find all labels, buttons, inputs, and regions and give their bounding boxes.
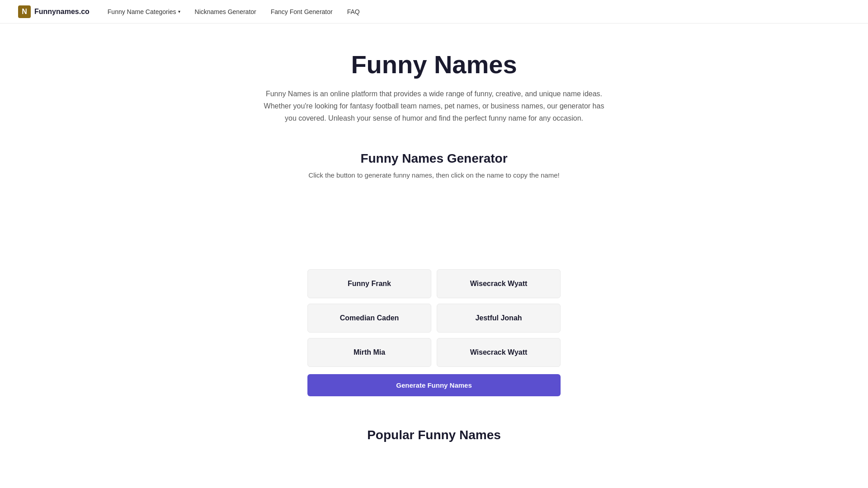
logo-icon: N	[18, 5, 31, 18]
names-grid: Funny Frank Wisecrack Wyatt Comedian Cad…	[307, 269, 561, 367]
name-card-1[interactable]: Funny Frank	[307, 269, 431, 298]
name-card-4[interactable]: Jestful Jonah	[437, 304, 561, 333]
generator-section: Funny Names Generator Click the button t…	[181, 133, 687, 405]
hero-title: Funny Names	[181, 51, 687, 79]
generator-subtitle: Click the button to generate funny names…	[181, 171, 687, 179]
nav-faq[interactable]: FAQ	[347, 8, 360, 15]
name-card-3[interactable]: Comedian Caden	[307, 304, 431, 333]
generator-title: Funny Names Generator	[181, 151, 687, 166]
name-card-6[interactable]: Wisecrack Wyatt	[437, 338, 561, 367]
hero-section: Funny Names Funny Names is an online pla…	[181, 23, 687, 133]
nav-nicknames-generator[interactable]: Nicknames Generator	[195, 8, 256, 15]
nav-fancy-font-generator[interactable]: Fancy Font Generator	[271, 8, 333, 15]
main-nav: Funny Name Categories ▾ Nicknames Genera…	[108, 8, 360, 15]
main-content: Funny Names Funny Names is an online pla…	[163, 23, 705, 451]
name-card-2[interactable]: Wisecrack Wyatt	[437, 269, 561, 298]
logo-letter: N	[22, 8, 27, 16]
generate-button[interactable]: Generate Funny Names	[307, 374, 561, 396]
ad-area	[181, 192, 687, 265]
logo-name: Funnynames.co	[34, 8, 90, 16]
nav-funny-name-categories[interactable]: Funny Name Categories ▾	[108, 8, 180, 15]
popular-section: Popular Funny Names	[181, 405, 687, 451]
chevron-down-icon: ▾	[178, 9, 180, 14]
logo-link[interactable]: N Funnynames.co	[18, 5, 90, 18]
popular-title: Popular Funny Names	[181, 428, 687, 442]
site-header: N Funnynames.co Funny Name Categories ▾ …	[0, 0, 868, 23]
name-card-5[interactable]: Mirth Mia	[307, 338, 431, 367]
hero-description: Funny Names is an online platform that p…	[262, 88, 606, 125]
